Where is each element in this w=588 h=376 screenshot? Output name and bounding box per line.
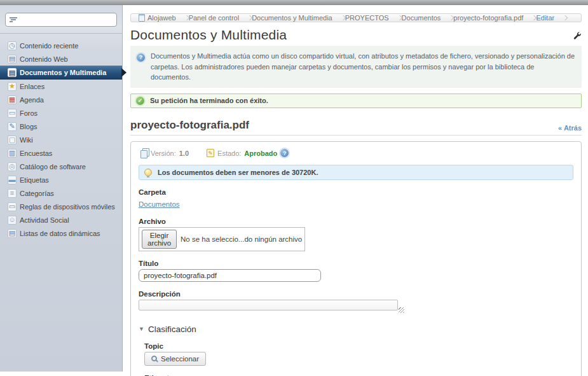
- sidebar-item-label: Reglas de dispositivos móviles: [20, 203, 115, 211]
- sidebar-item-encuestas[interactable]: ▥ Encuestas: [0, 146, 122, 160]
- size-limit-tip-box: Los documentos deben ser menores de 3072…: [139, 165, 573, 180]
- status-info: ✎ Estado: Aprobado ?: [207, 149, 289, 157]
- sidebar-nav: ◷ Contenido reciente ▤ Contenido Web ▤ D…: [0, 34, 122, 240]
- sidebar-item-documentos-y-multimedia[interactable]: ▤ Documentos y Multimedia: [0, 66, 122, 80]
- portlet-description-text: Documentos y Multimedia actúa como un di…: [151, 51, 575, 83]
- back-link[interactable]: « Atrás: [558, 124, 582, 132]
- carpeta-documentos-link[interactable]: Documentos: [139, 200, 180, 208]
- clock-icon: ◷: [8, 41, 17, 50]
- breadcrumb-label: Alojaweb: [147, 14, 176, 22]
- version-pages-icon: [140, 150, 147, 158]
- version-value: 1.0: [179, 150, 189, 157]
- descripcion-textarea[interactable]: [139, 300, 398, 310]
- sidebar-item-categorias[interactable]: ≡ Categorías: [0, 186, 122, 200]
- forums-icon: ▭: [8, 109, 17, 118]
- social-activity-icon: ☺: [8, 216, 17, 225]
- sidebar-item-listas-datos-dinamicas[interactable]: ▤ Listas de datos dinámicas: [0, 226, 122, 240]
- wrench-icon[interactable]: [573, 31, 582, 43]
- sidebar-item-label: Contenido Web: [20, 55, 68, 63]
- sidebar-item-blogs[interactable]: ✎ Blogs: [0, 120, 122, 133]
- topic-label: Topic: [144, 342, 573, 350]
- clasificacion-title: Clasificación: [148, 324, 196, 334]
- web-content-icon: ▤: [8, 55, 17, 64]
- page-title: Documentos y Multimedia: [130, 27, 287, 43]
- sidebar-item-label: Actividad Social: [20, 216, 69, 224]
- sidebar-item-label: Foros: [20, 109, 38, 117]
- breadcrumb-item-documentos[interactable]: Documentos: [397, 14, 450, 22]
- selected-item-arrow-icon: [121, 68, 126, 77]
- sidebar-item-contenido-web[interactable]: ▤ Contenido Web: [0, 52, 122, 66]
- success-check-icon: ✓: [136, 97, 144, 105]
- browser-top-strip: [0, 0, 588, 5]
- sidebar-item-foros[interactable]: ▭ Foros: [0, 106, 122, 120]
- documents-icon: ▤: [8, 68, 17, 77]
- portlet-description-box: ? Documentos y Multimedia actúa como un …: [130, 46, 582, 88]
- titulo-input[interactable]: [139, 269, 321, 282]
- breadcrumb-label: Documentos y Multimedia: [252, 14, 332, 22]
- categories-icon: ≡: [8, 189, 17, 198]
- sidebar-item-wiki[interactable]: ▢ Wiki: [0, 133, 122, 146]
- sidebar-item-label: Enlaces: [20, 83, 44, 90]
- status-help-icon[interactable]: ?: [280, 149, 289, 157]
- status-label: Estado:: [217, 150, 241, 157]
- sidebar-item-agenda[interactable]: ▦ Agenda: [0, 93, 122, 106]
- mobile-device-rules-icon: ▭: [8, 202, 17, 211]
- sidebar-search-area: [0, 5, 122, 34]
- blogs-pencil-icon: ✎: [8, 122, 17, 131]
- wiki-icon: ▢: [8, 136, 17, 144]
- site-page-icon: [139, 14, 145, 22]
- sidebar-search-box[interactable]: [5, 13, 117, 27]
- sidebar-item-reglas-dispositivos-moviles[interactable]: ▭ Reglas de dispositivos móviles: [0, 200, 122, 213]
- sidebar-item-enlaces[interactable]: ★ Enlaces: [0, 80, 122, 93]
- sidebar-item-contenido-reciente[interactable]: ◷ Contenido reciente: [0, 39, 122, 52]
- resize-handle[interactable]: [399, 307, 404, 313]
- version-label: Versión:: [151, 150, 176, 157]
- archivo-label: Archivo: [139, 218, 573, 225]
- main-content: Alojaweb Panel de control Documentos y M…: [123, 5, 588, 376]
- breadcrumb-label: Editar: [536, 14, 554, 22]
- choose-file-button[interactable]: Elegir archivo: [142, 230, 177, 249]
- descripcion-label: Descripción: [139, 290, 573, 298]
- sidebar-item-label: Wiki: [20, 136, 33, 144]
- sidebar-item-catalogo-de-software[interactable]: ◎ Catálogo de software: [0, 160, 122, 173]
- breadcrumb-label: proyecto-fotografia.pdf: [453, 14, 523, 22]
- topic-select-button[interactable]: Seleccionar: [144, 352, 206, 366]
- breadcrumb-item-alojaweb[interactable]: Alojaweb: [133, 14, 185, 22]
- search-icon: [10, 17, 17, 22]
- file-input[interactable]: Elegir archivo No se ha seleccio...do ni…: [139, 227, 305, 251]
- sidebar-item-label: Catálogo de software: [20, 163, 86, 171]
- breadcrumb-item-documentos-y-multimedia[interactable]: Documentos y Multimedia: [247, 14, 341, 22]
- sidebar-item-label: Documentos y Multimedia: [20, 69, 106, 76]
- sidebar-item-label: Listas de datos dinámicas: [20, 230, 100, 237]
- sidebar-item-label: Etiquetas: [20, 176, 49, 184]
- polls-chart-icon: ▥: [8, 149, 17, 158]
- calendar-icon: ▦: [8, 95, 17, 104]
- sidebar-item-actividad-social[interactable]: ☺ Actividad Social: [0, 213, 122, 226]
- magnifier-icon: [151, 356, 157, 361]
- sidebar-item-label: Agenda: [20, 96, 44, 104]
- breadcrumb-item-proyecto-fotografia[interactable]: proyecto-fotografia.pdf: [448, 14, 532, 22]
- sidebar-item-label: Categorías: [20, 190, 54, 197]
- status-badge: Aprobado: [244, 150, 277, 157]
- control-panel-sidebar: ◷ Contenido reciente ▤ Contenido Web ▤ D…: [0, 5, 123, 372]
- clasificacion-collapse-header[interactable]: ▼ Clasificación: [139, 324, 573, 334]
- sidebar-item-label: Blogs: [20, 123, 38, 130]
- file-status-text: No se ha seleccio...do ningún archivo: [181, 235, 302, 243]
- titulo-label: Título: [139, 260, 573, 267]
- software-catalog-disc-icon: ◎: [8, 162, 17, 171]
- breadcrumb-label: Panel de control: [189, 14, 240, 22]
- lightbulb-icon: [144, 169, 152, 176]
- etiquetas-label: Etiquetas: [144, 374, 573, 376]
- breadcrumb-item-panel-de-control[interactable]: Panel de control: [184, 14, 249, 22]
- breadcrumb: Alojaweb Panel de control Documentos y M…: [130, 13, 582, 22]
- breadcrumb-item-proyectos[interactable]: PROYECTOS: [340, 14, 398, 22]
- document-edit-panel: Versión: 1.0 ✎ Estado: Aprobado ? Los do…: [130, 141, 582, 376]
- sidebar-item-label: Contenido reciente: [20, 42, 78, 50]
- info-icon: ?: [137, 53, 145, 62]
- topic-select-label: Seleccionar: [161, 355, 199, 363]
- status-document-icon: ✎: [207, 149, 214, 157]
- breadcrumb-label: PROYECTOS: [345, 14, 389, 22]
- search-input[interactable]: [20, 16, 113, 24]
- carpeta-label: Carpeta: [139, 188, 573, 196]
- sidebar-item-etiquetas[interactable]: ▬ Etiquetas: [0, 173, 122, 186]
